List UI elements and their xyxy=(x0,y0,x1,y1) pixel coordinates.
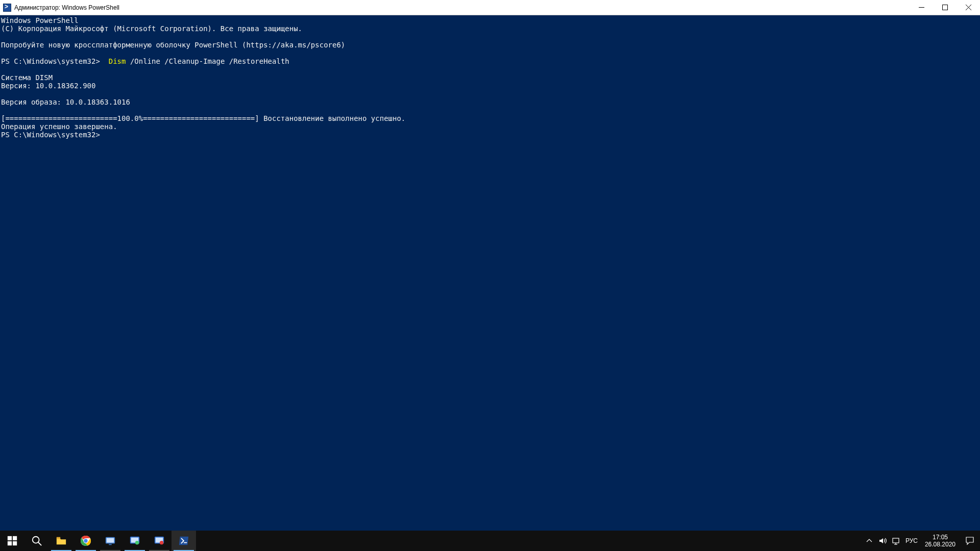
tray-network-button[interactable] xyxy=(889,531,902,551)
maximize-button[interactable] xyxy=(933,0,957,15)
powershell-icon xyxy=(3,4,11,12)
prompt-path: PS C:\Windows\system32> xyxy=(1,131,100,139)
prompt-path: PS C:\Windows\system32> xyxy=(1,57,104,65)
search-button[interactable] xyxy=(24,531,49,551)
taskbar-app-file-explorer[interactable] xyxy=(49,531,74,551)
svg-rect-5 xyxy=(13,536,17,540)
svg-point-13 xyxy=(84,539,87,542)
language-indicator[interactable]: РУС xyxy=(902,531,921,551)
taskbar-left xyxy=(0,531,196,551)
svg-rect-4 xyxy=(8,536,12,540)
terminal-line: Попробуйте новую кроссплатформенную обол… xyxy=(1,41,345,49)
command-args: /Online /Cleanup-Image /RestoreHealth xyxy=(126,57,289,65)
close-button[interactable] xyxy=(957,0,980,15)
taskbar-clock[interactable]: 17:05 26.08.2020 xyxy=(921,531,960,551)
powershell-taskbar-icon xyxy=(178,535,190,547)
terminal-line: Система DISM xyxy=(1,73,53,82)
svg-line-9 xyxy=(38,542,41,545)
clock-time: 17:05 xyxy=(925,534,955,541)
taskbar-app-remote-desktop[interactable] xyxy=(98,531,122,551)
snipping-tool-icon xyxy=(153,535,165,547)
network-icon xyxy=(892,537,900,545)
svg-rect-7 xyxy=(13,541,17,545)
svg-point-19 xyxy=(135,541,139,544)
remote-desktop-icon xyxy=(104,535,116,547)
svg-rect-15 xyxy=(107,538,114,543)
svg-point-22 xyxy=(160,541,163,544)
chevron-up-icon xyxy=(865,537,873,545)
terminal-line: Версия образа: 10.0.18363.1016 xyxy=(1,98,130,106)
svg-rect-6 xyxy=(8,541,12,545)
volume-icon xyxy=(878,537,887,545)
svg-rect-1 xyxy=(942,5,947,10)
svg-rect-10 xyxy=(57,537,60,539)
terminal-area[interactable]: Windows PowerShell (C) Корпорация Майкро… xyxy=(0,15,980,531)
svg-point-8 xyxy=(33,537,39,543)
window-controls xyxy=(910,0,980,15)
minimize-button[interactable] xyxy=(910,0,933,15)
taskbar-app-powershell[interactable] xyxy=(172,531,196,551)
window-title: Администратор: Windows PowerShell xyxy=(14,4,119,11)
search-icon xyxy=(31,535,42,546)
taskbar: РУС 17:05 26.08.2020 xyxy=(0,531,980,551)
command-dism: Dism xyxy=(104,57,126,65)
taskbar-right: РУС 17:05 26.08.2020 xyxy=(863,531,980,551)
tray-overflow-button[interactable] xyxy=(863,531,876,551)
terminal-line: Операция успешно завершена. xyxy=(1,122,117,131)
taskbar-app-snip[interactable] xyxy=(147,531,172,551)
aida-icon xyxy=(129,535,141,547)
titlebar-left: Администратор: Windows PowerShell xyxy=(0,4,119,12)
clock-date: 26.08.2020 xyxy=(925,541,955,548)
file-explorer-icon xyxy=(55,535,67,547)
terminal-line: Версия: 10.0.18362.900 xyxy=(1,82,95,90)
terminal-line: Windows PowerShell xyxy=(1,16,79,24)
terminal-line: (C) Корпорация Майкрософт (Microsoft Cor… xyxy=(1,24,302,33)
start-button[interactable] xyxy=(0,531,24,551)
window-titlebar: Администратор: Windows PowerShell xyxy=(0,0,980,15)
svg-rect-16 xyxy=(109,544,112,545)
windows-logo-icon xyxy=(7,535,18,546)
taskbar-app-chrome[interactable] xyxy=(74,531,98,551)
action-center-button[interactable] xyxy=(960,531,980,551)
taskbar-app-aida[interactable] xyxy=(122,531,147,551)
svg-rect-23 xyxy=(893,538,899,543)
tray-volume-button[interactable] xyxy=(876,531,889,551)
chrome-icon xyxy=(80,535,92,547)
notification-icon xyxy=(965,536,974,545)
terminal-line: [==========================100.0%=======… xyxy=(1,114,405,122)
